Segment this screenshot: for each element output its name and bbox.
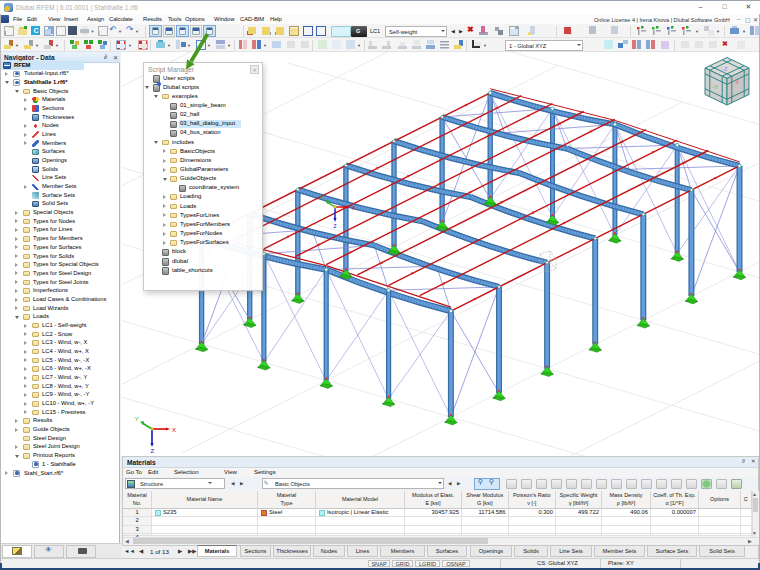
svg-text:-Y: -Y xyxy=(712,84,718,90)
svg-text:Y: Y xyxy=(135,416,139,422)
svg-text:Z: Z xyxy=(151,448,155,454)
svg-text:X: X xyxy=(172,427,176,433)
svg-text:X: X xyxy=(735,79,739,85)
svg-text:Z: Z xyxy=(334,223,337,229)
svg-text:-Z: -Z xyxy=(722,66,728,72)
